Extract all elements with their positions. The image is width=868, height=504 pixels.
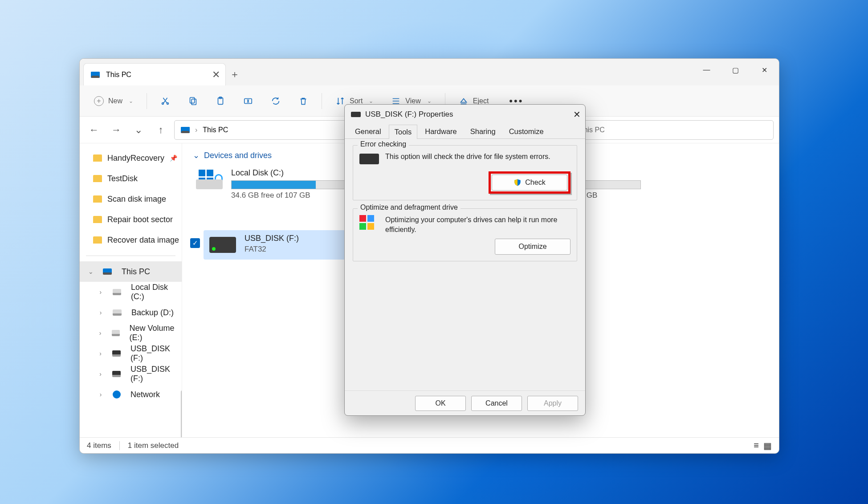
sidebar: HandyRecovery📌 TestDisk Scan disk image … — [80, 143, 182, 437]
optimize-text: Optimizing your computer's drives can he… — [385, 215, 571, 234]
cancel-button[interactable]: Cancel — [471, 396, 522, 411]
status-selection: 1 item selected — [128, 441, 179, 450]
quick-item-testdisk[interactable]: TestDisk — [80, 168, 182, 189]
folder-icon — [93, 175, 102, 182]
divider — [147, 93, 147, 109]
share-button[interactable] — [264, 91, 288, 111]
nav-recent-button[interactable]: ⌄ — [130, 121, 147, 139]
tree-usb-disk-f-1[interactable]: ›USB_DISK (F:) — [80, 343, 182, 364]
drive-icon — [194, 168, 225, 191]
tab-close-button[interactable]: ✕ — [212, 70, 220, 80]
tree-usb-disk-f-2[interactable]: ›USB_DISK (F:) — [80, 364, 182, 384]
dialog-titlebar: USB_DISK (F:) Properties ✕ — [345, 105, 585, 124]
details-view-button[interactable]: ≡ — [754, 440, 759, 451]
check-button-highlight: Check — [489, 171, 571, 194]
properties-dialog: USB_DISK (F:) Properties ✕ General Tools… — [344, 104, 586, 416]
folder-icon — [93, 236, 102, 244]
breadcrumb-this-pc[interactable]: This PC — [203, 126, 228, 134]
tree-this-pc[interactable]: ⌄This PC — [80, 261, 182, 282]
tiles-view-button[interactable]: ▦ — [763, 440, 772, 451]
divider — [322, 93, 322, 109]
delete-button[interactable] — [291, 91, 315, 111]
error-checking-group: Error checking This option will check th… — [353, 145, 577, 200]
eject-label: Eject — [473, 97, 489, 105]
dialog-footer: OK Cancel Apply — [345, 390, 585, 415]
drive-icon — [112, 330, 119, 336]
this-pc-icon — [103, 268, 112, 275]
ok-button[interactable]: OK — [415, 396, 466, 411]
error-checking-text: This option will check the drive for fil… — [385, 152, 571, 162]
quick-item-handyrecovery[interactable]: HandyRecovery📌 — [80, 148, 182, 168]
rename-button[interactable] — [236, 91, 260, 111]
drive-icon — [112, 350, 121, 357]
defrag-icon — [359, 215, 379, 230]
titlebar: This PC ✕ ＋ — [80, 59, 779, 85]
quick-item-scan-disk-image[interactable]: Scan disk image — [80, 189, 182, 209]
tab-customize[interactable]: Customize — [503, 124, 550, 138]
drive-icon — [113, 289, 121, 295]
minimize-button[interactable] — [692, 59, 721, 81]
check-button[interactable]: Check — [492, 175, 567, 191]
apply-button[interactable]: Apply — [527, 396, 578, 411]
svg-rect-1 — [192, 99, 196, 105]
svg-rect-0 — [190, 97, 195, 103]
shield-icon — [513, 179, 522, 187]
dialog-title: USB_DISK (F:) Properties — [365, 110, 453, 119]
new-button[interactable]: + New ⌄ — [87, 96, 140, 106]
tab-title: This PC — [106, 71, 131, 79]
drive-local-disk-c[interactable]: Local Disk (C:) 34.6 GB free of 107 GB — [190, 165, 359, 203]
breadcrumb-separator: › — [195, 126, 197, 134]
chevron-right-icon: › — [98, 309, 104, 316]
chevron-down-icon: ⌄ — [88, 268, 94, 275]
folder-icon — [93, 154, 102, 162]
tree-network[interactable]: ›Network — [80, 384, 182, 405]
dialog-close-button[interactable]: ✕ — [573, 109, 581, 120]
chevron-right-icon: › — [98, 391, 104, 398]
copy-button[interactable] — [181, 91, 205, 111]
divider — [86, 256, 175, 256]
this-pc-icon — [91, 72, 100, 78]
optimize-button[interactable]: Optimize — [495, 239, 571, 255]
chevron-right-icon: › — [98, 370, 103, 378]
divider — [119, 441, 120, 450]
plus-icon: + — [94, 96, 104, 106]
nav-up-button[interactable]: ↑ — [152, 121, 170, 139]
cut-button[interactable] — [153, 91, 177, 111]
chevron-down-icon: ⌄ — [193, 150, 200, 160]
paste-button[interactable] — [208, 91, 232, 111]
this-pc-icon — [181, 127, 190, 133]
dialog-tabs: General Tools Hardware Sharing Customize — [345, 124, 585, 139]
maximize-button[interactable] — [721, 59, 750, 81]
drive-icon — [112, 371, 121, 377]
folder-icon — [93, 216, 102, 223]
optimize-legend: Optimize and defragment drive — [358, 203, 460, 211]
new-tab-button[interactable]: ＋ — [226, 63, 244, 85]
tab-this-pc[interactable]: This PC ✕ — [83, 63, 226, 85]
tab-general[interactable]: General — [349, 124, 387, 138]
new-label: New — [108, 97, 122, 105]
window-controls — [692, 59, 779, 81]
drive-icon — [207, 234, 238, 256]
nav-forward-button[interactable]: → — [107, 121, 125, 139]
drive-icon — [113, 309, 122, 316]
status-item-count: 4 items — [87, 441, 111, 450]
pin-icon: 📌 — [170, 154, 177, 162]
sort-label: Sort — [350, 97, 363, 105]
network-icon — [113, 390, 121, 398]
status-bar: 4 items 1 item selected ≡ ▦ — [80, 437, 779, 453]
chevron-right-icon: › — [98, 329, 103, 337]
tab-tools[interactable]: Tools — [389, 125, 418, 139]
tab-hardware[interactable]: Hardware — [419, 124, 463, 138]
capacity-bar — [231, 180, 356, 189]
folder-icon — [93, 195, 102, 203]
close-button[interactable] — [750, 59, 779, 81]
nav-back-button[interactable]: ← — [85, 121, 103, 139]
selected-checkbox[interactable]: ✓ — [190, 238, 200, 248]
quick-item-repair-boot-sector[interactable]: Repair boot sector — [80, 209, 182, 230]
chevron-right-icon: › — [98, 289, 104, 296]
tab-sharing[interactable]: Sharing — [465, 124, 501, 138]
tree-new-volume-e[interactable]: ›New Volume (E:) — [80, 323, 182, 343]
quick-item-recover-data-image[interactable]: Recover data image — [80, 230, 182, 250]
tree-backup-d[interactable]: ›Backup (D:) — [80, 302, 182, 323]
tree-local-disk-c[interactable]: ›Local Disk (C:) — [80, 282, 182, 302]
